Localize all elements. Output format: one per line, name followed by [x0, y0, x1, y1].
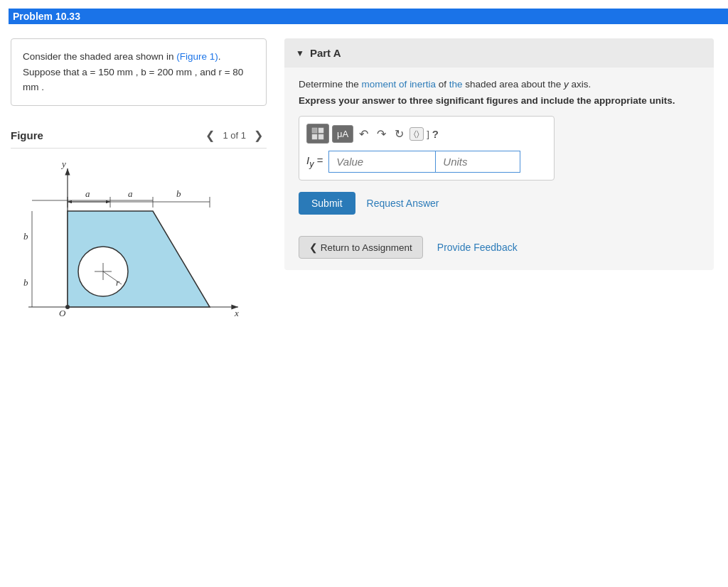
svg-rect-2	[318, 128, 323, 133]
reset-button[interactable]: ↻	[392, 126, 407, 142]
figure-nav-count: 1 of 1	[223, 130, 246, 141]
left-panel: Consider the shaded area shown in (Figur…	[0, 31, 277, 327]
label-x-axis: x	[234, 308, 239, 318]
redo-button[interactable]: ↷	[374, 126, 389, 142]
label-b-vert2: b	[23, 277, 28, 288]
figure-diagram: a a b b b r y	[11, 154, 267, 318]
keyboard-button[interactable]: 〈〉	[410, 127, 424, 141]
figure-link[interactable]: (Figure 1)	[176, 51, 218, 62]
submit-button[interactable]: Submit	[299, 192, 355, 215]
value-input[interactable]	[328, 151, 435, 173]
units-input[interactable]	[435, 151, 520, 173]
help-separator: ]	[427, 129, 429, 139]
svg-rect-3	[312, 134, 317, 139]
highlight-the: the	[449, 79, 463, 90]
highlight-inertia: inertia	[410, 79, 436, 90]
part-label: Part A	[310, 47, 341, 59]
figure-section: Figure ❮ 1 of 1 ❯	[11, 127, 267, 320]
problem-statement: Consider the shaded area shown in (Figur…	[11, 38, 267, 106]
label-y-axis: y	[60, 158, 66, 169]
toolbar: μΑ ↶ ↷ ↻ 〈〉 ] ?	[306, 124, 547, 144]
label-b: b	[176, 188, 181, 199]
label-origin: O	[59, 308, 66, 318]
problem-title: Problem 10.33	[9, 9, 728, 24]
provide-feedback-link[interactable]: Provide Feedback	[437, 242, 518, 253]
part-header[interactable]: ▼ Part A	[284, 38, 714, 68]
answer-box: μΑ ↶ ↷ ↻ 〈〉 ] ? Iy =	[299, 116, 555, 181]
input-row: Iy =	[306, 151, 547, 173]
figure-nav: ❮ 1 of 1 ❯	[202, 127, 267, 144]
mu-button[interactable]: μΑ	[332, 125, 353, 143]
mu-label: μΑ	[337, 129, 348, 139]
collapse-arrow-icon: ▼	[296, 48, 304, 58]
help-button[interactable]: ?	[432, 128, 439, 140]
page-wrapper: Problem 10.33 Consider the shaded area s…	[0, 0, 728, 587]
figure-next-btn[interactable]: ❯	[250, 127, 267, 144]
express-text: Express your answer to three significant…	[299, 95, 700, 106]
undo-button[interactable]: ↶	[356, 126, 371, 142]
action-row: Submit Request Answer	[299, 192, 700, 215]
matrix-button[interactable]	[306, 124, 329, 144]
svg-rect-4	[318, 134, 323, 139]
statement-text-1: Consider the shaded area shown in	[23, 51, 176, 62]
origin-dot	[65, 305, 70, 309]
label-a-right: a	[128, 188, 133, 199]
part-body: Determine the moment of inertia of the s…	[284, 68, 714, 270]
svg-rect-1	[312, 128, 317, 133]
instruction-text: Determine the moment of inertia of the s…	[299, 79, 700, 90]
request-answer-link[interactable]: Request Answer	[367, 198, 439, 209]
figure-prev-btn[interactable]: ❮	[202, 127, 218, 144]
label-b-vert1: b	[23, 231, 28, 242]
highlight-of: of	[399, 79, 407, 90]
right-panel: ▼ Part A Determine the moment of inertia…	[277, 31, 728, 327]
figure-header: Figure ❮ 1 of 1 ❯	[11, 127, 267, 149]
figure-title: Figure	[11, 129, 43, 141]
label-a-left: a	[85, 188, 90, 199]
main-content: Consider the shaded area shown in (Figur…	[0, 31, 728, 327]
return-to-assignment-button[interactable]: ❮ Return to Assignment	[299, 236, 423, 259]
bottom-actions: ❮ Return to Assignment Provide Feedback	[299, 236, 700, 259]
input-label: Iy =	[306, 154, 323, 169]
part-section: ▼ Part A Determine the moment of inertia…	[284, 38, 714, 270]
highlight-moment: moment	[362, 79, 397, 90]
